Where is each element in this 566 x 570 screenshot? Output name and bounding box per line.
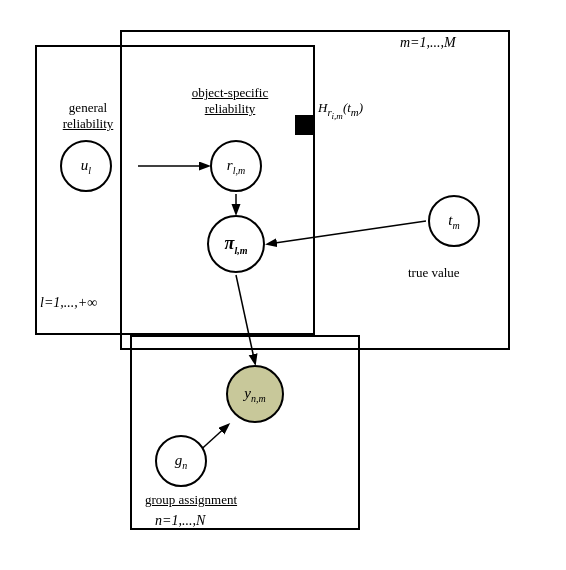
label-group-assignment: group assignment (145, 492, 237, 508)
label-general-reliability: general reliability (48, 100, 128, 132)
node-rlm-label: rl,m (227, 157, 245, 176)
node-ul: ul (60, 140, 112, 192)
label-l-range: l=1,...,+∞ (40, 295, 97, 311)
node-ynm: yn,m (226, 365, 284, 423)
label-true-value: true value (408, 265, 460, 281)
node-tm-label: tm (448, 212, 459, 231)
label-h-formula: Hri,m(tm) (318, 100, 363, 121)
node-gn-label: gn (175, 452, 188, 471)
node-gn: gn (155, 435, 207, 487)
label-m-range: m=1,...,M (400, 35, 456, 51)
node-pilm-label: πl,m (225, 233, 248, 256)
node-pilm: πl,m (207, 215, 265, 273)
node-rlm: rl,m (210, 140, 262, 192)
observed-node-h (295, 115, 315, 135)
node-ynm-label: yn,m (244, 385, 265, 404)
node-tm: tm (428, 195, 480, 247)
diagram-container: ul rl,m πl,m tm yn,m gn general reliabil (0, 0, 566, 570)
node-ul-label: ul (81, 157, 91, 176)
label-object-specific: object-specific reliability (175, 85, 285, 117)
label-n-range: n=1,...,N (155, 513, 205, 529)
